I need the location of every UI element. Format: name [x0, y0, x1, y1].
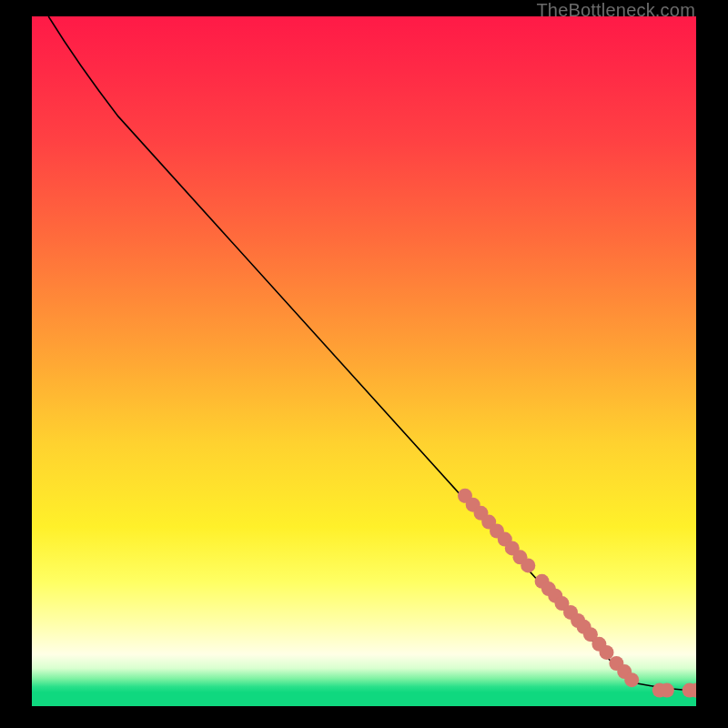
- data-point: [624, 672, 639, 687]
- data-point: [600, 645, 614, 660]
- data-point: [521, 558, 535, 572]
- chart-frame: TheBottleneck.com: [0, 0, 728, 728]
- gradient-plot-area: [32, 16, 696, 706]
- data-point: [660, 683, 674, 698]
- scatter-points: [458, 489, 696, 698]
- curve-line: [48, 16, 696, 691]
- chart-overlay: [32, 16, 696, 706]
